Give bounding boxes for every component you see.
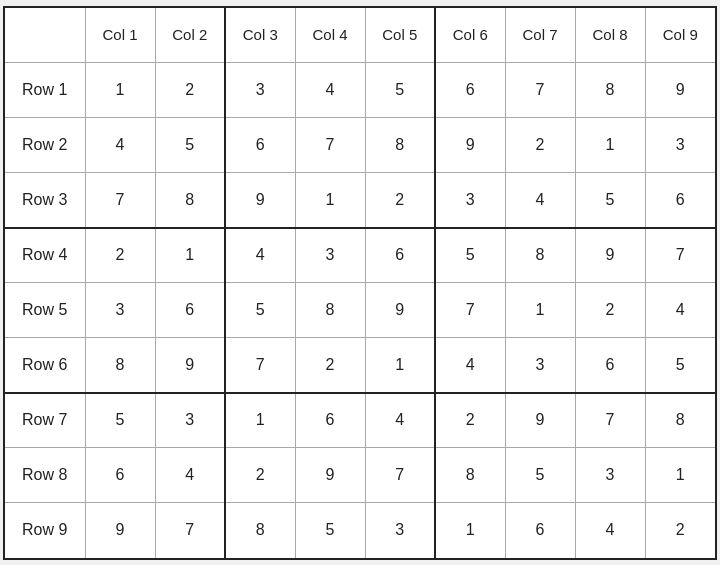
cell-r4-c2: 1 [155, 228, 225, 283]
cell-r3-c2: 8 [155, 173, 225, 228]
cell-r2-c3: 6 [225, 118, 295, 173]
cell-r9-c8: 4 [575, 503, 645, 558]
row-label-3: Row 3 [5, 173, 85, 228]
cell-r8-c6: 8 [435, 448, 505, 503]
table-row: Row 1123456789 [5, 63, 715, 118]
cell-r7-c3: 1 [225, 393, 295, 448]
cell-r9-c2: 7 [155, 503, 225, 558]
row-label-2: Row 2 [5, 118, 85, 173]
cell-r9-c1: 9 [85, 503, 155, 558]
cell-r6-c6: 4 [435, 338, 505, 393]
cell-r1-c1: 1 [85, 63, 155, 118]
table-row: Row 4214365897 [5, 228, 715, 283]
cell-r5-c9: 4 [645, 283, 715, 338]
header-col-8: Col 8 [575, 8, 645, 63]
cell-r7-c9: 8 [645, 393, 715, 448]
grid-container: Col 1Col 2Col 3Col 4Col 5Col 6Col 7Col 8… [3, 6, 717, 560]
cell-r2-c4: 7 [295, 118, 365, 173]
cell-r5-c7: 1 [505, 283, 575, 338]
cell-r9-c6: 1 [435, 503, 505, 558]
cell-r1-c7: 7 [505, 63, 575, 118]
cell-r3-c4: 1 [295, 173, 365, 228]
header-col-4: Col 4 [295, 8, 365, 63]
table-row: Row 2456789213 [5, 118, 715, 173]
cell-r7-c6: 2 [435, 393, 505, 448]
row-label-8: Row 8 [5, 448, 85, 503]
table-row: Row 8642978531 [5, 448, 715, 503]
table-row: Row 9978531642 [5, 503, 715, 558]
cell-r7-c5: 4 [365, 393, 435, 448]
row-label-6: Row 6 [5, 338, 85, 393]
row-label-7: Row 7 [5, 393, 85, 448]
cell-r9-c5: 3 [365, 503, 435, 558]
cell-r7-c2: 3 [155, 393, 225, 448]
cell-r1-c8: 8 [575, 63, 645, 118]
row-label-9: Row 9 [5, 503, 85, 558]
cell-r2-c7: 2 [505, 118, 575, 173]
cell-r1-c6: 6 [435, 63, 505, 118]
cell-r7-c4: 6 [295, 393, 365, 448]
cell-r4-c5: 6 [365, 228, 435, 283]
cell-r1-c5: 5 [365, 63, 435, 118]
cell-r3-c7: 4 [505, 173, 575, 228]
cell-r8-c4: 9 [295, 448, 365, 503]
row-label-4: Row 4 [5, 228, 85, 283]
cell-r6-c5: 1 [365, 338, 435, 393]
data-table: Col 1Col 2Col 3Col 4Col 5Col 6Col 7Col 8… [5, 8, 715, 558]
cell-r1-c3: 3 [225, 63, 295, 118]
row-label-1: Row 1 [5, 63, 85, 118]
header-col-5: Col 5 [365, 8, 435, 63]
cell-r5-c2: 6 [155, 283, 225, 338]
cell-r5-c3: 5 [225, 283, 295, 338]
cell-r4-c8: 9 [575, 228, 645, 283]
header-col-3: Col 3 [225, 8, 295, 63]
cell-r4-c3: 4 [225, 228, 295, 283]
table-row: Row 3789123456 [5, 173, 715, 228]
cell-r8-c8: 3 [575, 448, 645, 503]
cell-r8-c7: 5 [505, 448, 575, 503]
table-row: Row 6897214365 [5, 338, 715, 393]
cell-r7-c1: 5 [85, 393, 155, 448]
cell-r9-c9: 2 [645, 503, 715, 558]
cell-r3-c5: 2 [365, 173, 435, 228]
cell-r2-c6: 9 [435, 118, 505, 173]
header-col-9: Col 9 [645, 8, 715, 63]
cell-r2-c5: 8 [365, 118, 435, 173]
cell-r4-c9: 7 [645, 228, 715, 283]
cell-r9-c3: 8 [225, 503, 295, 558]
header-col-7: Col 7 [505, 8, 575, 63]
table-row: Row 7531642978 [5, 393, 715, 448]
cell-r5-c8: 2 [575, 283, 645, 338]
cell-r2-c9: 3 [645, 118, 715, 173]
cell-r2-c1: 4 [85, 118, 155, 173]
cell-r7-c7: 9 [505, 393, 575, 448]
cell-r3-c6: 3 [435, 173, 505, 228]
cell-r5-c6: 7 [435, 283, 505, 338]
cell-r1-c9: 9 [645, 63, 715, 118]
cell-r6-c1: 8 [85, 338, 155, 393]
cell-r3-c1: 7 [85, 173, 155, 228]
header-col-2: Col 2 [155, 8, 225, 63]
cell-r8-c1: 6 [85, 448, 155, 503]
table-row: Row 5365897124 [5, 283, 715, 338]
cell-r6-c9: 5 [645, 338, 715, 393]
cell-r1-c4: 4 [295, 63, 365, 118]
cell-r6-c3: 7 [225, 338, 295, 393]
header-row: Col 1Col 2Col 3Col 4Col 5Col 6Col 7Col 8… [5, 8, 715, 63]
cell-r5-c5: 9 [365, 283, 435, 338]
cell-r3-c3: 9 [225, 173, 295, 228]
cell-r4-c6: 5 [435, 228, 505, 283]
header-col-6: Col 6 [435, 8, 505, 63]
cell-r3-c8: 5 [575, 173, 645, 228]
cell-r4-c4: 3 [295, 228, 365, 283]
cell-r6-c4: 2 [295, 338, 365, 393]
cell-r9-c4: 5 [295, 503, 365, 558]
cell-r6-c7: 3 [505, 338, 575, 393]
cell-r6-c2: 9 [155, 338, 225, 393]
cell-r1-c2: 2 [155, 63, 225, 118]
cell-r9-c7: 6 [505, 503, 575, 558]
header-empty [5, 8, 85, 63]
cell-r2-c8: 1 [575, 118, 645, 173]
cell-r3-c9: 6 [645, 173, 715, 228]
cell-r5-c4: 8 [295, 283, 365, 338]
